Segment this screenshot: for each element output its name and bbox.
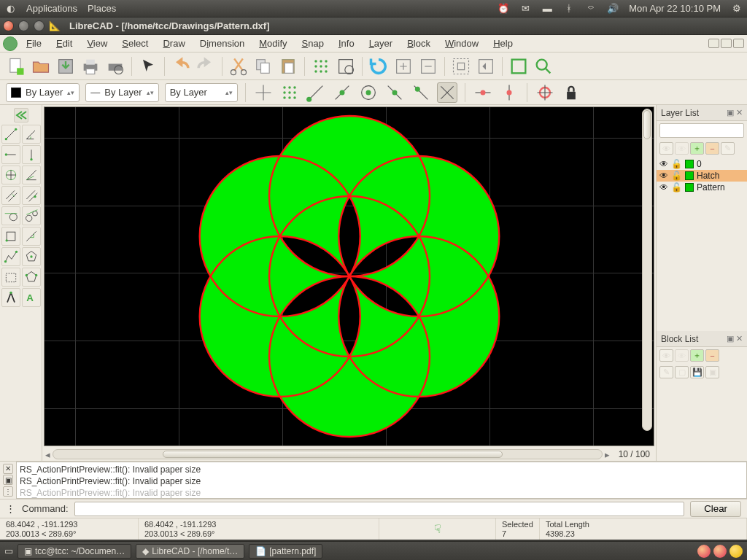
block-insert-button[interactable]: ▣	[705, 366, 719, 378]
horizontal-scrollbar[interactable]	[53, 449, 603, 459]
tool-line-par[interactable]	[1, 186, 20, 205]
task-pdf[interactable]: 📄[pattern.pdf]	[249, 544, 322, 559]
zoom-auto-button[interactable]	[451, 56, 471, 77]
eye-icon[interactable]: 👁	[659, 171, 668, 181]
layer-row[interactable]: 👁🔓0	[657, 158, 747, 170]
zoom-window-button[interactable]	[508, 56, 529, 77]
trash-icon[interactable]	[729, 545, 743, 558]
tool-text[interactable]: A	[22, 288, 41, 307]
layer-row[interactable]: 👁🔓Pattern	[657, 182, 747, 193]
scroll-right-button[interactable]: ▸	[603, 449, 613, 460]
clear-button[interactable]: Clear	[690, 501, 741, 517]
clock-text[interactable]: Mon Apr 22 10:10 PM	[629, 3, 721, 14]
block-remove-button[interactable]: −	[705, 349, 719, 362]
lock-icon[interactable]: 🔓	[671, 171, 682, 181]
zoom-pan-button[interactable]	[533, 56, 554, 77]
task-terminal[interactable]: ▣tcc@tcc: ~/Documen…	[18, 544, 131, 559]
menu-block[interactable]: Block	[401, 36, 436, 50]
layer-hideall-button[interactable]: 👁	[675, 142, 689, 155]
snap-dist-button[interactable]	[411, 82, 431, 103]
tool-line-bisect[interactable]	[22, 166, 41, 184]
snap-intersect-button[interactable]	[437, 82, 457, 103]
cut-button[interactable]	[228, 56, 249, 77]
snap-end-button[interactable]	[306, 82, 326, 103]
tool-line-h[interactable]	[1, 145, 20, 164]
lock-relzero-button[interactable]	[561, 82, 581, 103]
redo-button[interactable]	[196, 56, 216, 77]
lock-icon[interactable]: 🔓	[671, 182, 682, 192]
command-input[interactable]	[74, 502, 685, 516]
volume-icon[interactable]: 🔊	[607, 3, 619, 15]
menu-modify[interactable]: Modify	[253, 36, 293, 50]
cursor-button[interactable]	[138, 56, 158, 77]
panel-close-icon[interactable]: ✕	[736, 334, 743, 343]
mdi-close-button[interactable]	[733, 39, 744, 48]
print-icon[interactable]	[685, 171, 694, 180]
tool-polygon[interactable]	[22, 247, 41, 266]
window-minimize-button[interactable]	[18, 20, 29, 31]
eye-icon[interactable]: 👁	[659, 182, 668, 192]
menu-layer[interactable]: Layer	[363, 36, 399, 50]
console-clear-icon[interactable]: ✕	[3, 464, 13, 474]
layer-remove-button[interactable]: −	[705, 142, 719, 155]
firefox-icon[interactable]	[697, 545, 711, 558]
snap-on-button[interactable]	[332, 82, 352, 103]
tool-compass[interactable]	[1, 288, 20, 307]
menu-edit[interactable]: Edit	[50, 36, 78, 50]
gear-icon[interactable]: ⚙	[731, 3, 743, 15]
drawing-canvas[interactable]	[44, 106, 654, 446]
tool-poly2[interactable]	[22, 268, 41, 287]
tool-line-tan[interactable]	[1, 206, 20, 225]
tool-line-ortho[interactable]	[1, 227, 20, 246]
layer-row[interactable]: 👁🔓Hatch	[657, 170, 747, 182]
bluetooth-icon[interactable]: ᚼ	[563, 3, 575, 15]
layer-edit-button[interactable]: ✎	[721, 142, 735, 155]
window-maximize-button[interactable]	[34, 20, 44, 31]
panel-undock-icon[interactable]: ▣	[727, 334, 734, 343]
menu-dimension[interactable]: Dimension	[194, 36, 250, 50]
layer-filter-input[interactable]	[659, 123, 744, 138]
linetype-combo[interactable]: —By Layer▴▾	[85, 83, 158, 102]
layer-showall-button[interactable]: 👁	[659, 142, 673, 155]
console-more-icon[interactable]: ⋮	[3, 486, 13, 497]
tool-polyline[interactable]	[1, 247, 20, 266]
print-icon[interactable]	[685, 160, 694, 168]
tool-line-rel[interactable]	[22, 227, 41, 246]
block-rename-button[interactable]: ✎	[659, 366, 673, 378]
tool-line-angle[interactable]	[22, 125, 41, 144]
draft-button[interactable]	[336, 56, 356, 77]
ubuntu-icon[interactable]: ◐	[4, 3, 16, 15]
panel-undock-icon[interactable]: ▣	[727, 108, 734, 117]
print-preview-button[interactable]	[105, 56, 125, 77]
task-librecad[interactable]: ◆LibreCAD - [/home/t…	[136, 544, 244, 559]
block-add-button[interactable]: ＋	[690, 349, 704, 362]
open-button[interactable]	[31, 56, 51, 77]
palette-back-button[interactable]	[14, 108, 28, 122]
eye-icon[interactable]: 👁	[659, 159, 668, 169]
save-button[interactable]	[55, 56, 76, 77]
cmd-handle-icon[interactable]: ⋮	[6, 503, 16, 514]
layer-add-button[interactable]: ＋	[690, 142, 704, 155]
menu-view[interactable]: View	[81, 36, 113, 50]
places-menu[interactable]: Places	[88, 3, 116, 15]
undo-button[interactable]	[171, 56, 191, 77]
zoom-out-button[interactable]	[418, 56, 438, 77]
menu-window[interactable]: Window	[439, 36, 484, 50]
restrict-h-button[interactable]	[473, 82, 493, 103]
console-output[interactable]: RS_ActionPrintPreview::fit(): Invalid pa…	[16, 462, 747, 499]
tool-line-v[interactable]	[22, 145, 41, 164]
menu-info[interactable]: Info	[333, 36, 360, 50]
block-showall-button[interactable]: 👁	[659, 349, 673, 362]
block-save-button[interactable]: 💾	[690, 366, 704, 378]
scroll-left-button[interactable]: ◂	[42, 449, 53, 460]
snap-center-button[interactable]	[358, 82, 379, 103]
menu-file[interactable]: File	[20, 36, 47, 50]
firefox-icon-2[interactable]	[713, 545, 727, 558]
print-button[interactable]	[80, 56, 101, 77]
paste-button[interactable]	[278, 56, 298, 77]
block-edit-button[interactable]: ▢	[675, 366, 689, 378]
mdi-minimize-button[interactable]	[708, 39, 719, 48]
grid-button[interactable]	[311, 56, 331, 77]
snap-free-button[interactable]	[253, 82, 274, 103]
wifi-icon[interactable]: ⌔	[585, 3, 597, 15]
